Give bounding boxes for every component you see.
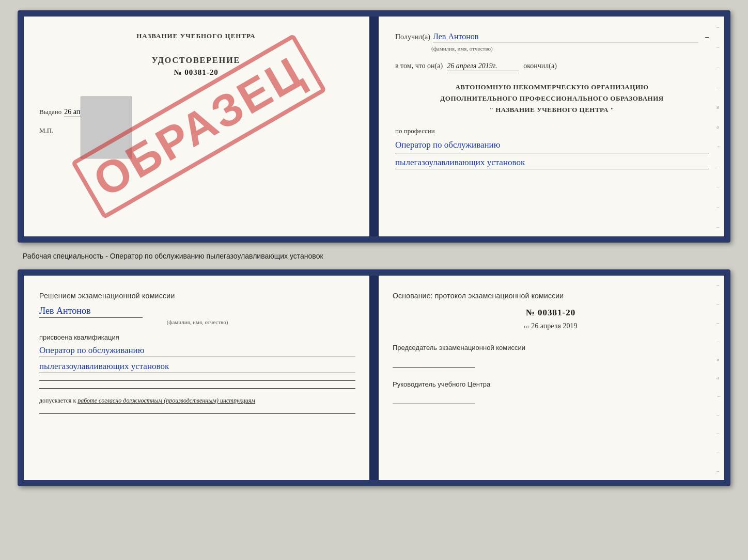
school-title: НАЗВАНИЕ УЧЕБНОГО ЦЕНТРА [39, 32, 353, 40]
date-row: в том, что он(а) 26 апреля 2019г. окончи… [395, 62, 709, 71]
chairman-label: Председатель экзаменационной комиссии [393, 343, 709, 353]
blank-line1 [39, 380, 355, 381]
date-from-value: 26 апреля 2019 [531, 322, 577, 330]
top-right-page: Получил(а) Лев Антонов – (фамилия, имя, … [375, 17, 724, 236]
org-line2: ДОПОЛНИТЕЛЬНОГО ПРОФЕССИОНАЛЬНОГО ОБРАЗО… [395, 93, 709, 104]
side-marks-top: –––– и а ← –––– [716, 17, 722, 236]
bottom-left-page: Решением экзаменационной комиссии Лев Ан… [24, 276, 372, 480]
profession-label: по профессии [395, 127, 709, 135]
date-prefix: в том, что он(а) [395, 62, 443, 70]
допускается-row: допускается к работе согласно должностны… [39, 396, 355, 406]
qual-label: присвоена квалификация [39, 333, 355, 341]
qual-value1: Оператор по обслуживанию [39, 345, 355, 357]
book-spine-bottom [369, 276, 379, 480]
bottom-document: Решением экзаменационной комиссии Лев Ан… [18, 269, 730, 486]
head-signature-line [393, 404, 475, 404]
blank-line3 [39, 413, 355, 414]
book-spine [369, 17, 379, 236]
photo-placeholder [81, 97, 132, 158]
protocol-number: № 00381-20 [393, 308, 709, 318]
допускается-value: работе согласно должностным (производств… [77, 397, 255, 404]
recipient-name: Лев Антонов [433, 32, 698, 42]
profession-value2: пылегазоулавливающих установок [395, 157, 709, 169]
cert-number: № 00381-20 [39, 68, 353, 77]
head-label: Руководитель учебного Центра [393, 379, 709, 390]
org-line1: АВТОНОМНУЮ НЕКОММЕРЧЕСКУЮ ОРГАНИЗАЦИЮ [395, 82, 709, 93]
finished-label: окончил(а) [523, 62, 557, 70]
chairman-signature-line [393, 367, 475, 368]
subtitle-row: Рабочая специальность - Оператор по обсл… [18, 252, 730, 260]
received-label: Получил(а) [395, 33, 430, 41]
issued-label: Выдано [39, 108, 61, 116]
bottom-right-page: Основание: протокол экзаменационной коми… [372, 276, 724, 480]
fio-hint-bottom: (фамилия, имя, отчество) [39, 319, 355, 325]
top-left-page: НАЗВАНИЕ УЧЕБНОГО ЦЕНТРА УДОСТОВЕРЕНИЕ №… [24, 17, 375, 236]
fio-hint-top: (фамилия, имя, отчество) [431, 45, 493, 52]
org-line3: " НАЗВАНИЕ УЧЕБНОГО ЦЕНТРА " [395, 104, 709, 116]
date-from-prefix: от [524, 323, 529, 329]
side-marks-bottom: –––– и а ← –––– [716, 276, 722, 480]
profession-value1: Оператор по обслуживанию [395, 138, 709, 153]
person-name-bottom: Лев Антонов [39, 306, 143, 318]
blank-line2 [39, 388, 355, 389]
date-from-row: от 26 апреля 2019 [393, 322, 709, 330]
допускается-label: допускается к [39, 397, 76, 404]
date-value: 26 апреля 2019г. [447, 62, 519, 71]
osnov-label: Основание: протокол экзаменационной коми… [393, 290, 709, 301]
org-block: АВТОНОМНУЮ НЕКОММЕРЧЕСКУЮ ОРГАНИЗАЦИЮ ДО… [395, 82, 709, 116]
top-document: НАЗВАНИЕ УЧЕБНОГО ЦЕНТРА УДОСТОВЕРЕНИЕ №… [18, 10, 730, 243]
subtitle-text: Рабочая специальность - Оператор по обсл… [23, 252, 323, 260]
qual-value2: пылегазоулавливающих установок [39, 361, 355, 373]
cert-type: УДОСТОВЕРЕНИЕ [39, 56, 353, 65]
decision-text: Решением экзаменационной комиссии [39, 290, 355, 301]
